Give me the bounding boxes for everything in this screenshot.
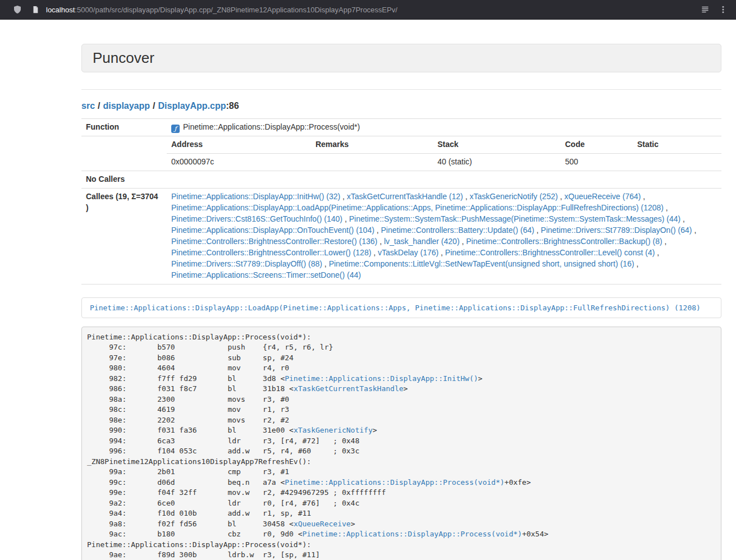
disassembly-symbol-link[interactable]: xTaskGenericNotify: [294, 426, 373, 434]
url-text: localhost:5000/path/src/displayapp/Displ…: [46, 6, 397, 14]
column-header-stack: Stack: [433, 136, 560, 153]
disassembly-symbol-link[interactable]: xQueueReceive: [294, 520, 351, 528]
callee-link[interactable]: xTaskGenericNotify (252): [469, 192, 557, 201]
disassembly-symbol-link[interactable]: Pinetime::Applications::DisplayApp::Init…: [285, 374, 478, 383]
url-path: :5000/path/src/displayapp/DisplayApp.cpp…: [75, 6, 397, 14]
app-header: Puncover: [81, 44, 721, 72]
callee-link[interactable]: xQueueReceive (764): [564, 192, 641, 201]
column-header-address: Address: [167, 136, 311, 153]
metrics-value-row: 0x0000097c 40 (static) 500: [167, 153, 721, 170]
disassembly-pre: Pinetime::Applications::DisplayApp::Proc…: [81, 327, 721, 560]
callee-link[interactable]: Pinetime::Drivers::St7789::DisplayOn() (…: [541, 226, 692, 235]
callee-link[interactable]: Pinetime::Applications::DisplayApp::OnTo…: [171, 226, 374, 235]
function-table: Function ƒPinetime::Applications::Displa…: [81, 118, 721, 284]
callees-list: Pinetime::Applications::DisplayApp::Init…: [167, 188, 721, 284]
metrics-row: Address Remarks Stack Code Static 0x0000…: [81, 136, 721, 171]
function-name-cell: ƒPinetime::Applications::DisplayApp::Pro…: [167, 119, 721, 136]
callee-link[interactable]: Pinetime::Controllers::BrightnessControl…: [466, 237, 662, 246]
callees-row: Callees (19, Σ=3704 ) Pinetime::Applicat…: [81, 188, 721, 284]
function-icon: ƒ: [171, 125, 180, 133]
reader-mode-icon[interactable]: [700, 4, 710, 15]
function-name: Pinetime::Applications::DisplayApp::Proc…: [183, 122, 360, 131]
callee-link[interactable]: Pinetime::Applications::DisplayApp::Load…: [171, 203, 664, 212]
callee-link[interactable]: Pinetime::Controllers::Battery::Update()…: [381, 226, 534, 235]
address-value: 0x0000097c: [167, 153, 311, 170]
callee-link[interactable]: Pinetime::System::SystemTask::PushMessag…: [349, 214, 681, 223]
menu-icon[interactable]: [718, 4, 728, 15]
no-callers-label: No Callers: [81, 171, 167, 188]
disassembly-symbol-link[interactable]: xTaskGetCurrentTaskHandle: [294, 384, 404, 393]
callee-link[interactable]: Pinetime::Drivers::St7789::DisplayOff() …: [171, 259, 322, 268]
metrics-row-label: [81, 136, 167, 171]
function-row: Function ƒPinetime::Applications::Displa…: [81, 119, 721, 136]
callee-link[interactable]: lv_task_handler (420): [384, 237, 460, 246]
column-header-code: Code: [560, 136, 632, 153]
divider: [81, 89, 721, 90]
disassembly-symbol-link[interactable]: Pinetime::Applications::DisplayApp::Proc…: [303, 530, 522, 538]
callee-link[interactable]: Pinetime::Components::LittleVgl::SetNewT…: [329, 259, 634, 268]
callee-link[interactable]: Pinetime::Controllers::BrightnessControl…: [445, 248, 655, 257]
browser-chrome: localhost:5000/path/src/displayapp/Displ…: [0, 0, 736, 20]
callees-label: Callees (19, Σ=3704 ): [81, 188, 167, 284]
breadcrumb-separator: /: [95, 101, 103, 111]
remarks-value: [311, 153, 433, 170]
metrics-cell: Address Remarks Stack Code Static 0x0000…: [167, 136, 721, 171]
breadcrumb-line-number: :86: [226, 101, 239, 111]
shield-icon[interactable]: [12, 4, 22, 15]
code-value: 500: [560, 153, 632, 170]
page-title: Puncover: [93, 49, 154, 66]
callee-link[interactable]: Pinetime::Drivers::Cst816S::GetTouchInfo…: [171, 214, 342, 223]
no-callers-row: No Callers: [81, 171, 721, 188]
callee-link[interactable]: Pinetime::Applications::DisplayApp::Init…: [171, 192, 340, 201]
selected-callee-panel: Pinetime::Applications::DisplayApp::Load…: [81, 297, 721, 318]
selected-callee-link[interactable]: Pinetime::Applications::DisplayApp::Load…: [90, 304, 701, 312]
page-icon: [30, 4, 40, 15]
breadcrumb-link-displayapp[interactable]: displayapp: [103, 101, 150, 111]
breadcrumb: src/displayapp/DisplayApp.cpp:86: [81, 101, 721, 111]
callee-link[interactable]: vTaskDelay (176): [378, 248, 438, 257]
callee-link[interactable]: xTaskGetCurrentTaskHandle (12): [347, 192, 463, 201]
static-value: [633, 153, 721, 170]
metrics-table: Address Remarks Stack Code Static 0x0000…: [167, 136, 721, 171]
metrics-header-row: Address Remarks Stack Code Static: [167, 136, 721, 153]
callee-link[interactable]: Pinetime::Controllers::BrightnessControl…: [171, 237, 377, 246]
breadcrumb-link-file[interactable]: DisplayApp.cpp: [158, 101, 226, 111]
url-bar[interactable]: localhost:5000/path/src/displayapp/Displ…: [30, 4, 692, 15]
callee-link[interactable]: Pinetime::Controllers::BrightnessControl…: [171, 248, 371, 257]
url-host: localhost: [46, 6, 75, 14]
breadcrumb-separator: /: [150, 101, 158, 111]
callee-link[interactable]: Pinetime::Applications::Screens::Timer::…: [171, 270, 361, 279]
column-header-remarks: Remarks: [311, 136, 433, 153]
stack-value: 40 (static): [433, 153, 560, 170]
column-header-static: Static: [633, 136, 721, 153]
disassembly-symbol-link[interactable]: Pinetime::Applications::DisplayApp::Proc…: [285, 478, 504, 486]
breadcrumb-link-src[interactable]: src: [81, 101, 95, 111]
main-content: Puncover src/displayapp/DisplayApp.cpp:8…: [81, 20, 721, 560]
no-callers-cell: [167, 171, 721, 188]
function-label: Function: [81, 119, 167, 136]
